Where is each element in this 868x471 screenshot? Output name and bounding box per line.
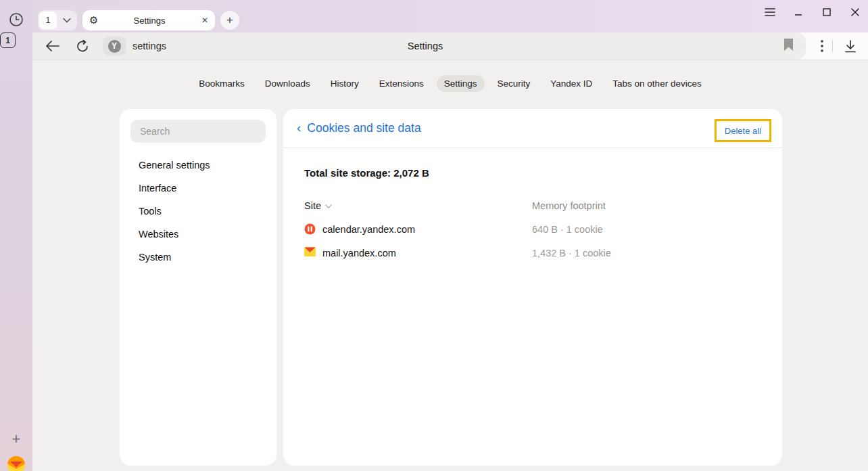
column-header-memory: Memory footprint	[532, 200, 761, 211]
nav-tab-other-devices[interactable]: Tabs on other devices	[605, 75, 708, 92]
settings-sidebar: General settings Interface Tools Website…	[120, 109, 276, 466]
nav-tab-history[interactable]: History	[323, 75, 366, 92]
yandex-mail-icon[interactable]	[0, 455, 32, 471]
window-controls	[764, 5, 861, 19]
sidebar-item-tools[interactable]: Tools	[120, 200, 276, 223]
site-table: Site Memory footprint	[304, 200, 761, 259]
menu-icon[interactable]	[764, 6, 776, 18]
site-column-label: Site	[304, 200, 321, 211]
settings-page: Bookmarks Downloads History Extensions S…	[32, 60, 868, 471]
search-box[interactable]	[130, 120, 266, 143]
back-chevron-icon[interactable]: ‹	[297, 120, 301, 135]
table-row[interactable]: calendar.yandex.com 640 B · 1 cookie	[304, 223, 761, 235]
tab-strip-bar: 1 ⚙ Settings ✕ +	[0, 0, 868, 32]
cookies-body: Total site storage: 2,072 B Site Memory …	[283, 148, 782, 259]
omnibox[interactable]: Y settings Settings	[32, 32, 806, 60]
cookies-title[interactable]: Cookies and site data	[307, 121, 420, 135]
chevron-down-icon[interactable]	[57, 18, 77, 23]
nav-tab-security[interactable]: Security	[490, 75, 538, 92]
browser-window: 1 ⚙ Settings ✕ +	[0, 0, 868, 471]
nav-tab-settings[interactable]: Settings	[437, 75, 485, 92]
cookies-panel: ‹ Cookies and site data Delete all Total…	[283, 109, 782, 466]
total-storage-text: Total site storage: 2,072 B	[304, 167, 761, 179]
delete-all-label: Delete all	[725, 126, 761, 136]
rail-add-icon[interactable]: +	[0, 430, 32, 448]
close-icon[interactable]	[849, 6, 861, 18]
rail-tab-count-icon[interactable]: 1	[0, 32, 16, 48]
left-sidebar-rail: 1 + •••	[0, 32, 32, 471]
bookmark-icon[interactable]	[783, 38, 794, 51]
site-name: mail.yandex.com	[322, 248, 396, 259]
sidebar-item-general-settings[interactable]: General settings	[120, 154, 276, 177]
cookies-header: ‹ Cookies and site data Delete all	[283, 109, 782, 148]
sidebar-items: General settings Interface Tools Website…	[120, 154, 276, 269]
gear-icon: ⚙	[89, 14, 103, 26]
minimize-icon[interactable]	[792, 6, 804, 18]
column-header-site[interactable]: Site	[304, 200, 532, 211]
settings-nav-tabs: Bookmarks Downloads History Extensions S…	[32, 75, 868, 92]
tab-settings[interactable]: ⚙ Settings ✕	[82, 10, 215, 30]
sidebar-item-system[interactable]: System	[120, 246, 276, 269]
nav-tab-yandex-id[interactable]: Yandex ID	[543, 75, 600, 92]
nav-tab-bookmarks[interactable]: Bookmarks	[191, 75, 252, 92]
nav-tab-downloads[interactable]: Downloads	[258, 75, 318, 92]
download-icon[interactable]	[833, 40, 868, 53]
search-input[interactable]	[140, 126, 256, 137]
address-bar-actions	[806, 32, 868, 60]
delete-all-button[interactable]: Delete all	[715, 119, 771, 142]
mail-icon	[304, 247, 316, 259]
table-header-row: Site Memory footprint	[304, 200, 761, 211]
memory-footprint: 1,432 B · 1 cookie	[532, 248, 761, 259]
history-clock-icon[interactable]	[0, 11, 32, 28]
new-tab-button[interactable]: +	[220, 11, 239, 30]
site-name: calendar.yandex.com	[322, 224, 415, 235]
page-title: Settings	[45, 41, 806, 51]
kebab-menu-icon[interactable]	[812, 40, 832, 52]
calendar-icon	[304, 223, 316, 235]
sidebar-item-interface[interactable]: Interface	[120, 177, 276, 200]
tab-count-badge[interactable]: 1	[39, 12, 57, 29]
nav-tab-extensions[interactable]: Extensions	[372, 75, 431, 92]
sidebar-item-websites[interactable]: Websites	[120, 223, 276, 246]
table-row[interactable]: mail.yandex.com 1,432 B · 1 cookie	[304, 247, 761, 259]
address-bar-row: Y settings Settings	[32, 32, 868, 60]
tab-strip: 1 ⚙ Settings ✕ +	[38, 10, 239, 30]
tab-title: Settings	[103, 16, 196, 26]
tab-close-icon[interactable]: ✕	[196, 16, 208, 25]
sort-chevron-icon	[325, 204, 332, 208]
memory-footprint: 640 B · 1 cookie	[532, 224, 761, 235]
maximize-icon[interactable]	[821, 6, 833, 18]
tab-count-chip[interactable]: 1	[38, 10, 77, 30]
